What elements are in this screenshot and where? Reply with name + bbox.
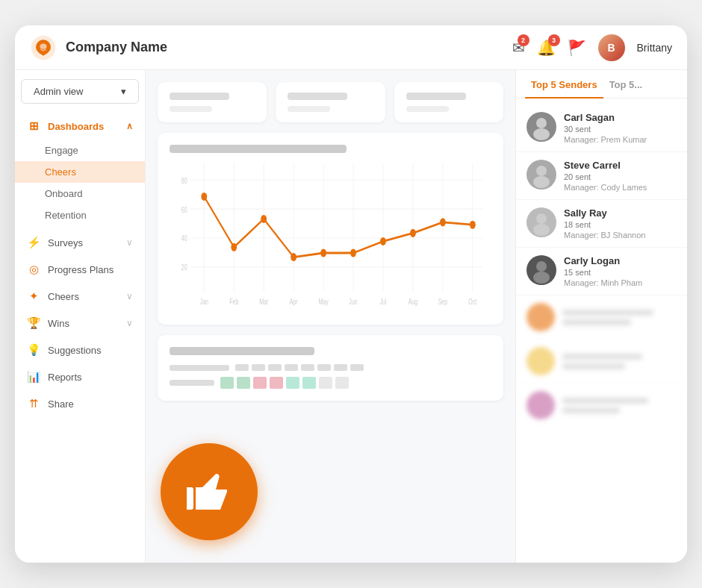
sidebar-item-reports[interactable]: 📊 Reports bbox=[15, 363, 145, 390]
avatar-silhouette-3 bbox=[526, 207, 556, 237]
svg-text:May: May bbox=[318, 298, 329, 307]
bar-item bbox=[317, 364, 331, 371]
svg-text:Jun: Jun bbox=[349, 298, 358, 307]
flag-icon: 🚩 bbox=[568, 39, 586, 57]
svg-point-44 bbox=[536, 213, 547, 224]
svg-text:Jan: Jan bbox=[200, 298, 209, 307]
dashboards-icon: ⊞ bbox=[27, 119, 40, 133]
tab-top5-senders[interactable]: Top 5 Senders bbox=[525, 70, 603, 98]
tab-top5-other[interactable]: Top 5... bbox=[603, 70, 649, 98]
svg-point-20 bbox=[201, 193, 207, 201]
cheers-icon: ✦ bbox=[27, 290, 40, 303]
sender-sent-4: 15 sent bbox=[564, 268, 677, 277]
sender-name-2: Steve Carrel bbox=[564, 160, 677, 171]
mail-icon-button[interactable]: ✉ 2 bbox=[512, 39, 525, 57]
thumbs-up-icon bbox=[182, 465, 236, 519]
svg-text:Mar: Mar bbox=[259, 298, 268, 307]
admin-view-selector[interactable]: Admin view ▾ bbox=[21, 79, 139, 104]
blurred-line bbox=[562, 363, 625, 369]
main-content: 80 60 40 20 bbox=[146, 70, 515, 563]
top-nav: Company Name ✉ 2 🔔 3 🚩 B Brittany bbox=[15, 25, 687, 70]
sender-item-2: Steve Carrel 20 sent Manager: Cody Lames bbox=[516, 152, 687, 200]
avatar-silhouette-2 bbox=[526, 160, 556, 190]
sidebar-item-cheers[interactable]: Cheers bbox=[15, 161, 145, 183]
sidebar-item-surveys[interactable]: ⚡ Surveys ∨ bbox=[15, 229, 145, 256]
sidebar: Admin view ▾ ⊞ Dashboards ∧ Engage Cheer… bbox=[15, 70, 146, 563]
svg-point-29 bbox=[470, 221, 476, 229]
stat-sub-1 bbox=[170, 106, 212, 112]
user-avatar[interactable]: B bbox=[598, 34, 625, 61]
svg-point-24 bbox=[320, 248, 326, 257]
svg-point-46 bbox=[536, 261, 547, 272]
bar-item bbox=[285, 364, 298, 371]
sidebar-item-wins[interactable]: 🏆 Wins ∨ bbox=[15, 310, 145, 337]
share-icon: ⇈ bbox=[27, 397, 40, 410]
cheers-chevron: ∨ bbox=[126, 291, 133, 301]
blurred-lines-3 bbox=[562, 398, 677, 413]
sender-item-3: Sally Ray 18 sent Manager: BJ Shannon bbox=[516, 200, 687, 248]
cheers-main-label: Cheers bbox=[48, 291, 79, 302]
sender-avatar-4 bbox=[526, 255, 556, 285]
panel-tabs: Top 5 Senders Top 5... bbox=[516, 70, 687, 98]
sidebar-item-suggestions[interactable]: 💡 Suggestions bbox=[15, 337, 145, 363]
chevron-down-icon: ▾ bbox=[121, 86, 126, 97]
stat-card-2 bbox=[276, 82, 385, 122]
body-layout: Admin view ▾ ⊞ Dashboards ∧ Engage Cheer… bbox=[15, 70, 687, 563]
line-chart: 80 60 40 20 bbox=[173, 163, 488, 313]
blurred-line bbox=[562, 354, 642, 360]
bar-green bbox=[237, 377, 250, 389]
sidebar-item-engage[interactable]: Engage bbox=[15, 140, 145, 161]
sender-sent-2: 20 sent bbox=[564, 172, 677, 181]
sidebar-item-cheers-main[interactable]: ✦ Cheers ∨ bbox=[15, 283, 145, 310]
stat-title-3 bbox=[406, 93, 466, 100]
admin-view-label: Admin view bbox=[34, 86, 83, 97]
svg-point-21 bbox=[231, 243, 237, 251]
sender-avatar-2 bbox=[526, 160, 556, 190]
sender-item-1: Carl Sagan 30 sent Manager: Prem Kumar bbox=[516, 104, 687, 152]
row-bars bbox=[235, 364, 491, 371]
svg-point-42 bbox=[536, 166, 547, 176]
chart-title-bar bbox=[170, 145, 347, 153]
reports-label: Reports bbox=[48, 372, 82, 383]
sender-manager-2: Manager: Cody Lames bbox=[564, 183, 677, 192]
bell-icon-button[interactable]: 🔔 3 bbox=[537, 39, 556, 57]
bar-pink bbox=[270, 377, 283, 389]
svg-point-40 bbox=[536, 118, 547, 128]
blurred-sender-2 bbox=[516, 340, 687, 384]
user-name: Brittany bbox=[637, 42, 672, 54]
share-label: Share bbox=[48, 398, 74, 410]
blurred-line bbox=[562, 310, 653, 316]
blurred-sender-3 bbox=[516, 384, 687, 428]
sidebar-item-dashboards[interactable]: ⊞ Dashboards ∧ bbox=[15, 113, 145, 140]
bar-gray bbox=[319, 377, 332, 389]
blurred-lines-1 bbox=[562, 310, 677, 325]
suggestions-icon: 💡 bbox=[27, 343, 40, 357]
svg-point-23 bbox=[291, 253, 296, 261]
sender-info-1: Carl Sagan 30 sent Manager: Prem Kumar bbox=[564, 112, 677, 144]
sender-info-3: Sally Ray 18 sent Manager: BJ Shannon bbox=[564, 207, 677, 240]
sender-manager-4: Manager: Minh Pham bbox=[564, 278, 677, 287]
sender-name-1: Carl Sagan bbox=[564, 112, 677, 123]
bar-item bbox=[268, 364, 282, 371]
sidebar-item-onboard[interactable]: Onboard bbox=[15, 183, 145, 204]
sender-info-4: Carly Logan 15 sent Manager: Minh Pham bbox=[564, 255, 677, 287]
svg-point-45 bbox=[533, 224, 550, 236]
bar-item bbox=[334, 364, 347, 371]
notification-icon-button[interactable]: 🚩 bbox=[568, 39, 586, 57]
thumbs-up-fab[interactable] bbox=[161, 443, 258, 540]
dashboards-chevron: ∧ bbox=[126, 121, 133, 131]
stat-card-3 bbox=[394, 82, 503, 122]
svg-text:Oct: Oct bbox=[468, 298, 476, 307]
bar-item bbox=[235, 364, 249, 371]
sidebar-item-retention[interactable]: Retention bbox=[15, 204, 145, 226]
svg-point-28 bbox=[440, 218, 446, 226]
mail-badge: 2 bbox=[518, 34, 529, 46]
user-initial: B bbox=[607, 42, 615, 54]
bar-gray bbox=[335, 377, 349, 389]
sidebar-section-dashboards: ⊞ Dashboards ∧ Engage Cheers Onboard Ret… bbox=[15, 113, 145, 226]
svg-text:20: 20 bbox=[181, 263, 187, 272]
sidebar-item-progress-plans[interactable]: ◎ Progress Plans bbox=[15, 256, 145, 283]
bottom-rows bbox=[170, 364, 491, 389]
sidebar-item-share[interactable]: ⇈ Share bbox=[15, 390, 145, 417]
sender-sent-1: 30 sent bbox=[564, 125, 677, 134]
